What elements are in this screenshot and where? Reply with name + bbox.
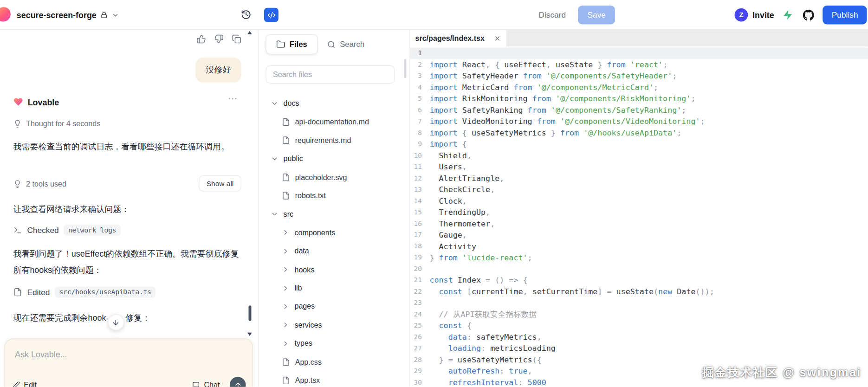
code-line-18[interactable]: 18 Activity [410,240,868,252]
code-lines[interactable]: 12import React, { useEffect, useState } … [410,46,868,387]
tree-label: data [294,247,309,255]
tree-folder-components[interactable]: components [259,223,409,242]
ask-lovable-input[interactable]: Ask Lovable... [15,350,236,359]
tree-file-placeholder.svg[interactable]: placeholder.svg [259,168,409,187]
tree-file-App.tsx[interactable]: App.tsx [259,371,409,387]
search-icon [327,40,336,48]
send-button[interactable] [230,377,246,387]
tree-file-requirements.md[interactable]: requirements.md [259,131,409,149]
history-icon [241,9,252,20]
chat-input-box[interactable]: Ask Lovable... Edit Chat [5,339,253,387]
message-actions [196,34,241,44]
scroll-to-bottom-button[interactable] [108,314,124,330]
code-line-3[interactable]: 3import SafetyHeader from '@/components/… [410,70,868,81]
code-line-25[interactable]: 25 const { [410,320,868,331]
code-line-7[interactable]: 7import VideoMonitoring from '@/componen… [410,116,868,127]
paragraph-4-post: 修复： [125,310,150,326]
tree-folder-pages[interactable]: pages [259,297,409,316]
integration-button[interactable] [781,8,795,22]
thought-row[interactable]: Thought for 4 seconds [13,120,101,128]
code-line-23[interactable]: 23 [410,297,868,308]
code-line-27[interactable]: 27 loading: metricsLoading [410,342,868,354]
line-number: 3 [410,70,422,81]
tree-folder-data[interactable]: data [259,242,409,260]
thumbs-up-button[interactable] [196,34,206,44]
file-search-input[interactable] [266,65,395,84]
tree-folder-types[interactable]: types [259,334,409,353]
line-number: 28 [410,354,422,365]
tab-search[interactable]: Search [319,34,373,54]
history-button[interactable] [241,9,252,20]
code-line-10[interactable]: 10 Shield, [410,150,868,161]
file-tree: docsapi-documentation.mdrequirements.mdp… [259,94,409,387]
edit-mode-button[interactable]: Edit [13,381,37,387]
code-text: Shield, [422,150,472,161]
save-button[interactable]: Save [578,6,615,25]
thumbs-down-button[interactable] [214,34,224,44]
tab-files[interactable]: Files [266,34,317,54]
copy-button[interactable] [232,34,241,44]
chat-scroll-up-arrow[interactable] [247,31,252,34]
file-icon [282,192,290,200]
publish-button[interactable]: Publish [823,6,867,25]
code-line-28[interactable]: 28 } = useSafetyMetrics({ [410,354,868,365]
tree-file-api-documentation.md[interactable]: api-documentation.md [259,113,409,131]
editor-tab[interactable]: src/pages/Index.tsx [410,30,507,46]
tools-used-label: 2 tools used [26,180,66,188]
code-line-20[interactable]: 20 [410,263,868,274]
tree-file-App.css[interactable]: App.css [259,353,409,371]
code-line-19[interactable]: 19} from 'lucide-react'; [410,252,868,263]
code-line-13[interactable]: 13 CheckCircle, [410,184,868,195]
invite-button[interactable]: Z Invite [735,8,774,22]
terminal-icon [13,226,22,235]
code-line-17[interactable]: 17 Gauge, [410,229,868,240]
chevron-down-icon [271,210,279,218]
show-all-button[interactable]: Show all [199,175,241,192]
project-menu[interactable]: secure-screen-forge [17,0,119,30]
code-text: Clock, [422,195,467,206]
files-scrollbar[interactable] [404,59,407,78]
code-line-14[interactable]: 14 Clock, [410,195,868,206]
code-line-15[interactable]: 15 TrendingUp, [410,206,868,218]
tree-label: components [294,228,335,237]
chat-scroll-down-arrow[interactable] [247,333,252,336]
code-line-12[interactable]: 12 AlertTriangle, [410,172,868,183]
code-line-1[interactable]: 1 [410,48,868,59]
code-line-21[interactable]: 21const Index = () => { [410,275,868,286]
chat-mode-button[interactable]: Chat [192,381,220,387]
checked-tool-row[interactable]: Checked network logs [13,225,121,236]
tree-label: types [294,339,312,348]
code-line-8[interactable]: 8import { useSafetyMetrics } from '@/hoo… [410,127,868,138]
code-line-16[interactable]: 16 Thermometer, [410,218,868,229]
code-line-22[interactable]: 22 const [currentTime, setCurrentTime] =… [410,286,868,297]
code-line-24[interactable]: 24 // 从API获取安全指标数据 [410,309,868,320]
chat-scrollbar[interactable] [248,305,251,321]
code-line-5[interactable]: 5import RiskMonitoring from '@/component… [410,93,868,104]
tree-label: api-documentation.md [295,118,369,126]
lovable-logo[interactable] [0,7,11,22]
code-line-11[interactable]: 11 Users, [410,161,868,172]
code-line-6[interactable]: 6import SafetyRanking from '@/components… [410,104,868,116]
tree-folder-hooks[interactable]: hooks [259,260,409,279]
chevron-down-icon [112,11,119,19]
code-line-2[interactable]: 2import React, { useEffect, useState } f… [410,59,868,70]
code-view-toggle[interactable] [264,8,279,22]
discard-button[interactable]: Discard [532,6,572,23]
line-number: 14 [410,195,422,206]
tree-folder-lib[interactable]: lib [259,279,409,297]
code-text: import RiskMonitoring from '@/components… [422,93,696,104]
edit-label: Edit [24,381,37,387]
code-line-9[interactable]: 9import { [410,138,868,149]
tree-folder-public[interactable]: public [259,149,409,168]
edited-tool-row[interactable]: Edited src/hooks/useApiData.ts [13,287,156,298]
code-line-26[interactable]: 26 data: safetyMetrics, [410,331,868,342]
message-menu-button[interactable]: ⋯ [228,93,238,104]
tree-folder-docs[interactable]: docs [259,94,409,113]
tab-close-button[interactable] [494,35,501,42]
tree-label: placeholder.svg [295,173,347,181]
tree-file-robots.txt[interactable]: robots.txt [259,187,409,205]
github-button[interactable] [802,8,816,22]
tree-folder-services[interactable]: services [259,316,409,335]
tree-folder-src[interactable]: src [259,205,409,224]
code-line-4[interactable]: 4import MetricCard from '@/components/Me… [410,82,868,93]
